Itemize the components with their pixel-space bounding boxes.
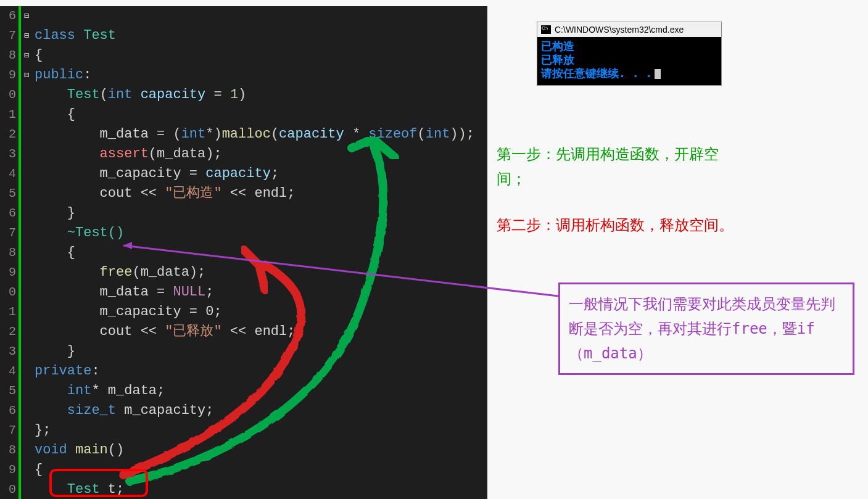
line-number: 3 <box>0 342 16 361</box>
code-editor[interactable]: 6789012345678901234567890 ⊟⊟⊟⊟ class Tes… <box>0 6 487 499</box>
line-number: 6 <box>0 204 16 223</box>
fn-main: main <box>75 442 108 458</box>
text: m_data = <box>35 284 173 300</box>
fn-free: free <box>35 265 132 280</box>
paren: ) <box>238 87 246 102</box>
line-number: 9 <box>0 460 16 480</box>
line-number: 3 <box>0 144 16 164</box>
annotation-step2: 第二步：调用析构函数，释放空间。 <box>497 213 743 237</box>
line-number: 8 <box>0 243 16 263</box>
console-window: C:\WINDOWS\system32\cmd.exe 已构造 已释放 请按任意… <box>537 22 722 86</box>
line-number: 7 <box>0 26 16 46</box>
console-line: 已释放 <box>541 53 717 67</box>
fold-marker[interactable]: ⊟ <box>21 46 32 65</box>
cursor-icon <box>655 69 661 79</box>
note-box: 一般情况下我们需要对此类成员变量先判断是否为空，再对其进行free，暨if（m_… <box>558 282 854 375</box>
param-capacity: capacity <box>141 87 206 102</box>
param: capacity <box>279 126 344 142</box>
line-number: 8 <box>0 440 16 460</box>
cmd-icon <box>541 25 551 34</box>
text: m_capacity = 0; <box>35 304 222 320</box>
text: m_capacity = <box>35 166 205 181</box>
line-number: 9 <box>0 65 16 85</box>
param: capacity <box>205 166 271 181</box>
brace: { <box>35 462 43 477</box>
args: (m_data); <box>132 265 205 280</box>
brace: } <box>35 344 75 359</box>
sizeof: sizeof <box>368 126 417 142</box>
keyword-class: class <box>35 28 75 43</box>
line-number: 0 <box>0 282 16 302</box>
line-number: 4 <box>0 164 16 184</box>
string: "已释放" <box>165 324 221 339</box>
line-number: 0 <box>0 85 16 105</box>
type-int: int <box>426 126 450 142</box>
line-number: 6 <box>0 6 16 26</box>
line-number: 5 <box>0 184 16 204</box>
eq: = <box>205 87 230 102</box>
var: t; <box>108 482 124 497</box>
colon: : <box>83 67 91 83</box>
line-number: 5 <box>0 381 16 401</box>
line-number: 6 <box>0 401 16 421</box>
keyword-private: private <box>35 363 91 379</box>
text: m_data = ( <box>35 126 181 142</box>
line-number: 4 <box>0 361 16 381</box>
brace: { <box>35 107 75 122</box>
fn-malloc: malloc <box>222 126 271 142</box>
type-int: int <box>35 383 91 398</box>
line-number: 0 <box>0 480 16 499</box>
console-title-text: C:\WINDOWS\system32\cmd.exe <box>555 25 684 35</box>
type-void: void <box>35 442 75 458</box>
type-name: Test <box>75 28 116 43</box>
text: * m_data; <box>91 383 165 398</box>
line-number: 1 <box>0 105 16 125</box>
dtor-name: ~Test() <box>35 225 124 241</box>
args: (m_data); <box>149 146 222 162</box>
type-test: Test <box>35 482 108 497</box>
text: cout << <box>35 186 165 201</box>
paren: ( <box>100 87 108 102</box>
null-literal: NULL <box>173 284 205 300</box>
annotation-step1: 第一步：先调用构造函数，开辟空间； <box>497 142 743 191</box>
text: *) <box>205 126 221 142</box>
paren: ( <box>418 126 426 142</box>
fold-marker[interactable]: ⊟ <box>21 65 32 85</box>
brace: } <box>35 205 75 221</box>
num: 1 <box>230 87 238 102</box>
text: }; <box>35 423 51 438</box>
console-line: 已构造 <box>541 39 717 53</box>
fn-assert: assert <box>35 146 149 162</box>
string: "已构造" <box>165 186 221 201</box>
colon: : <box>91 363 99 379</box>
fold-marker[interactable]: ⊟ <box>21 26 32 46</box>
line-number: 7 <box>0 223 16 243</box>
type-sizet: size_t <box>35 403 116 418</box>
line-numbers: 6789012345678901234567890 <box>0 6 19 499</box>
line-number: 7 <box>0 421 16 440</box>
ctor-name: Test <box>35 87 100 102</box>
text: m_capacity; <box>116 403 213 418</box>
fold-marker[interactable]: ⊟ <box>21 6 32 26</box>
fold-column[interactable]: ⊟⊟⊟⊟ <box>21 6 32 499</box>
text: cout << <box>35 324 165 339</box>
line-number: 2 <box>0 125 16 144</box>
text: << endl; <box>222 324 296 339</box>
semi: ; <box>271 166 279 181</box>
code-area[interactable]: class Test { public: Test(int capacity =… <box>32 6 487 499</box>
line-number: 2 <box>0 322 16 342</box>
parens: () <box>108 442 124 458</box>
brace: { <box>35 47 43 63</box>
brace: { <box>35 245 75 260</box>
console-titlebar[interactable]: C:\WINDOWS\system32\cmd.exe <box>537 22 721 37</box>
console-output: 已构造 已释放 请按任意键继续. . . <box>537 37 721 85</box>
line-number: 9 <box>0 263 16 282</box>
paren: ( <box>271 126 279 142</box>
paren: )); <box>450 126 474 142</box>
console-line: 请按任意键继续. . . <box>541 67 717 80</box>
line-number: 8 <box>0 46 16 65</box>
type-int: int <box>181 126 206 142</box>
semi: ; <box>205 284 213 300</box>
line-number: 1 <box>0 302 16 322</box>
op: * <box>344 126 369 142</box>
